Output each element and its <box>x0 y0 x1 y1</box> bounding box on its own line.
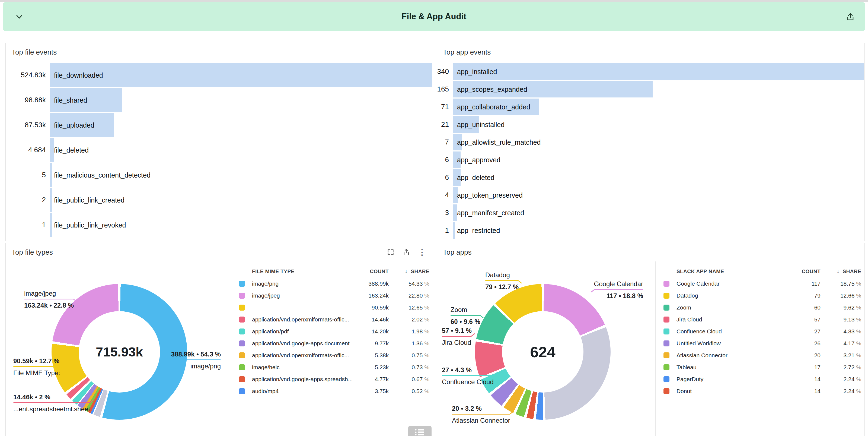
legend-swatch <box>239 388 245 394</box>
bar-track: app_collaborator_added <box>453 98 864 115</box>
donut-callout: 57 • 9.1 % Jira Cloud <box>442 326 472 347</box>
bar-label: app_scopes_expanded <box>457 85 527 93</box>
donut-center: 715.93k <box>79 311 160 393</box>
table-row[interactable]: Untitled Workflow264.17 % <box>663 338 861 349</box>
bar-row[interactable]: 6app_deleted <box>437 169 864 186</box>
bar-track: app_manifest_created <box>453 204 864 221</box>
cell-share-percent: % <box>423 340 429 346</box>
table-row[interactable]: Google Calendar11718.75 % <box>663 278 861 290</box>
cell-share-percent: % <box>855 352 861 358</box>
column-header-name[interactable]: SLACK APP NAME <box>663 268 788 274</box>
table-row[interactable]: image/png388.99k54.33 % <box>239 278 429 290</box>
column-header-share[interactable]: ↓ SHARE <box>389 268 429 274</box>
bar-value: 6 <box>437 169 453 186</box>
bar-value: 7 <box>437 134 453 150</box>
table-row[interactable]: image/jpeg163.24k22.80 % <box>239 290 429 301</box>
maximize-icon[interactable] <box>386 248 395 257</box>
table-row[interactable]: Atlassian Connector203.21 % <box>663 349 861 361</box>
donut-center: 624 <box>502 311 584 393</box>
bar-value: 98.88k <box>6 88 50 112</box>
cell-share-percent: % <box>423 328 429 335</box>
legend-swatch <box>239 304 245 311</box>
legend-toggle-button[interactable] <box>408 426 432 436</box>
bar-label: file_shared <box>54 96 87 104</box>
legend-swatch <box>239 293 245 299</box>
legend-swatch <box>663 376 670 382</box>
cell-name: image/heic <box>252 364 356 371</box>
bar-row[interactable]: 87.53kfile_uploaded <box>6 113 432 137</box>
bar-row[interactable]: 340app_installed <box>437 63 864 80</box>
share-dashboard-button[interactable] <box>845 11 856 23</box>
bar-value: 3 <box>437 204 453 221</box>
bar-label: file_deleted <box>54 146 89 154</box>
cell-name: image/png <box>252 281 356 287</box>
bar-row[interactable]: 21app_uninstalled <box>437 116 864 133</box>
donut-total-value: 624 <box>530 343 555 361</box>
bar-row[interactable]: 165app_scopes_expanded <box>437 81 864 97</box>
bar-track: file_downloaded <box>50 63 432 87</box>
panel-toolbar: ⋮ <box>386 248 426 257</box>
bar-row[interactable]: 3app_manifest_created <box>437 204 864 221</box>
table-row[interactable]: application/vnd.openxmlformats-offic...1… <box>239 314 429 325</box>
table-row[interactable]: Zoom609.62 % <box>663 301 861 314</box>
cell-name: Jira Cloud <box>677 316 788 323</box>
bar-row[interactable]: 7app_allowlist_rule_matched <box>437 134 864 150</box>
table-row[interactable]: application/vnd.google-apps.document9.77… <box>239 338 429 349</box>
column-header-count[interactable]: COUNT <box>788 268 820 274</box>
table-row[interactable]: Confluence Cloud274.33 % <box>663 325 861 338</box>
cell-count: 3.75k <box>356 388 389 395</box>
kebab-menu-icon[interactable]: ⋮ <box>418 248 426 257</box>
cell-count: 5.38k <box>356 352 389 359</box>
cell-share-percent: % <box>423 352 429 358</box>
column-header-name[interactable]: FILE MIME TYPE <box>239 268 356 274</box>
table-row[interactable]: audio/mp43.75k0.52 % <box>239 385 429 397</box>
table-row[interactable]: Datadog7912.66 % <box>663 290 861 301</box>
bar-label: app_collaborator_added <box>457 103 530 111</box>
table-row[interactable]: application/pdf14.20k1.98 % <box>239 325 429 338</box>
bar-value: 165 <box>437 81 453 97</box>
bar-row[interactable]: 524.83kfile_downloaded <box>6 63 432 87</box>
legend-swatch <box>239 317 245 322</box>
table-row[interactable]: PagerDuty142.24 % <box>663 373 861 385</box>
table-row[interactable]: Tableau172.72 % <box>663 361 861 373</box>
table-row[interactable]: Donut142.24 % <box>663 385 861 397</box>
top-apps-donut-chart[interactable]: 624 <box>475 284 611 420</box>
bar-row[interactable]: 5file_malicious_content_detected <box>6 163 432 187</box>
cell-share-percent: % <box>423 364 429 370</box>
donut-callout: 14.46k • 2 % ...ent.spreadsheetml.sheet <box>13 393 90 413</box>
table-row[interactable]: application/vnd.google-apps.spreadsh...4… <box>239 373 429 385</box>
bar-row[interactable]: 4 684file_deleted <box>6 138 432 162</box>
bar-row[interactable]: 2file_public_link_created <box>6 188 432 212</box>
column-header-count[interactable]: COUNT <box>356 268 389 274</box>
bar-row[interactable]: 98.88kfile_shared <box>6 88 432 112</box>
bar-row[interactable]: 71app_collaborator_added <box>437 98 864 115</box>
cell-name: application/vnd.google-apps.spreadsh... <box>252 376 356 382</box>
bar-row[interactable]: 4app_token_preserved <box>437 187 864 203</box>
cell-count: 60 <box>788 304 820 311</box>
list-icon <box>414 428 426 436</box>
table-row[interactable]: 90.59k12.65 % <box>239 301 429 314</box>
cell-share-percent: % <box>855 376 861 382</box>
table-row[interactable]: application/vnd.openxmlformats-offic...5… <box>239 349 429 361</box>
table-row[interactable]: Jira Cloud579.13 % <box>663 314 861 325</box>
file-events-bar-chart: 524.83kfile_downloaded98.88kfile_shared8… <box>6 63 432 238</box>
table-row[interactable]: image/heic5.23k0.73 % <box>239 361 429 373</box>
column-header-share[interactable]: ↓ SHARE <box>820 268 861 274</box>
table-header-row: FILE MIME TYPECOUNT↓ SHARE <box>239 265 429 278</box>
bar-row[interactable]: 1app_restricted <box>437 222 864 239</box>
bar-label: app_uninstalled <box>457 120 504 128</box>
legend-swatch <box>663 304 670 311</box>
bar-row[interactable]: 6app_approved <box>437 151 864 168</box>
bar-track: file_uploaded <box>50 113 432 137</box>
bar-row[interactable]: 1file_public_link_revoked <box>6 213 432 237</box>
export-icon[interactable] <box>402 248 410 257</box>
cell-count: 14 <box>788 376 820 382</box>
cell-share-percent: % <box>855 304 861 311</box>
cell-share-value: 12.65 <box>408 304 423 311</box>
cell-name: application/vnd.google-apps.document <box>252 340 356 347</box>
table-header-row: SLACK APP NAMECOUNT↓ SHARE <box>663 265 861 278</box>
bar-track: app_deleted <box>453 169 864 186</box>
donut-callout: 27 • 4.3 % Confluence Cloud <box>442 366 494 386</box>
cell-share-value: 12.66 <box>840 292 855 299</box>
bar-value: 340 <box>437 63 453 80</box>
